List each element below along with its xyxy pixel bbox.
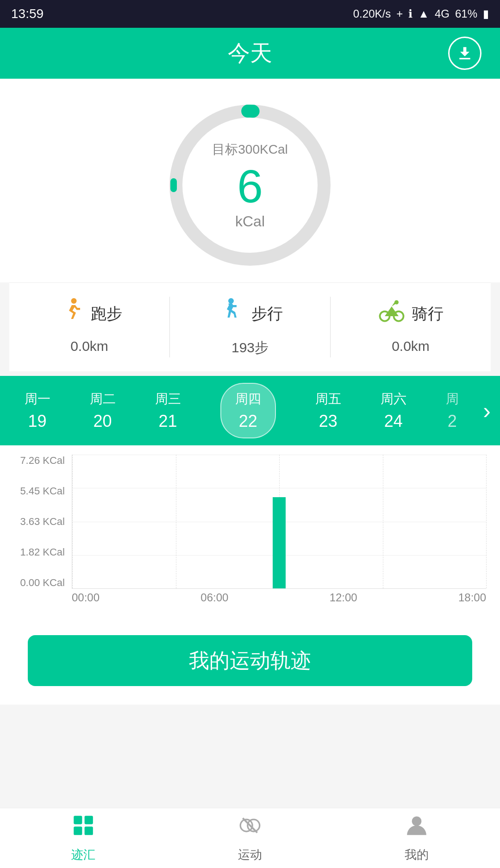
sport-icon [238, 813, 262, 843]
y-label-1: 7.26 KCal [14, 455, 69, 467]
week-day-thu[interactable]: 周四 22 [220, 383, 276, 438]
activity-walk: 步行 193步 [170, 297, 331, 357]
download-icon [456, 44, 474, 62]
calorie-ring-container: 目标300KCal 6 kCal [162, 97, 338, 273]
nav-item-home[interactable]: 迹汇 [0, 813, 167, 863]
activity-walk-top: 步行 [217, 297, 283, 331]
activity-bike-top: 骑行 [378, 297, 444, 331]
track-button-container: 我的运动轨迹 [0, 626, 500, 705]
status-right: 0.20K/s + ℹ ▲ 4G 61% ▮ [353, 7, 489, 20]
signal-4g: 4G [435, 7, 450, 20]
header-title: 今天 [228, 38, 272, 68]
activity-run-top: 跑步 [56, 297, 122, 331]
week-calendar: 周一 19 周二 20 周三 21 周四 22 周五 23 周六 24 周 2 … [0, 376, 500, 445]
home-icon [71, 813, 95, 843]
y-label-4: 1.82 KCal [14, 546, 69, 558]
status-bar: 13:59 0.20K/s + ℹ ▲ 4G 61% ▮ [0, 0, 500, 28]
header: 今天 [0, 28, 500, 79]
grid-v-3 [383, 455, 383, 588]
grid-v-0 [72, 455, 73, 588]
svg-point-4 [228, 298, 234, 304]
week-day-tue[interactable]: 周二 20 [90, 390, 116, 431]
week-day-sat[interactable]: 周六 24 [381, 390, 406, 431]
chart-section: 7.26 KCal 5.45 KCal 3.63 KCal 1.82 KCal … [0, 445, 500, 626]
week-days: 周一 19 周二 20 周三 21 周四 22 周五 23 周六 24 周 2 [5, 383, 478, 438]
walk-value: 193步 [231, 338, 269, 357]
track-button[interactable]: 我的运动轨迹 [28, 635, 472, 686]
status-time: 13:59 [11, 6, 44, 21]
week-day-fri[interactable]: 周五 23 [315, 390, 341, 431]
grid-v-1 [176, 455, 176, 588]
download-button[interactable] [448, 37, 481, 70]
chart-area: 7.26 KCal 5.45 KCal 3.63 KCal 1.82 KCal … [14, 455, 486, 612]
network-speed: 0.20K/s [353, 7, 391, 20]
activity-bike: 骑行 0.0km [331, 297, 491, 357]
ring-target-label: 目标300KCal [212, 141, 288, 158]
week-next-arrow[interactable]: › [478, 397, 495, 424]
chart-x-labels: 00:00 06:00 12:00 18:00 [72, 591, 486, 612]
calorie-ring-section: 目标300KCal 6 kCal [0, 79, 500, 282]
nav-label-sport: 运动 [238, 847, 262, 863]
nav-item-sport[interactable]: 运动 [167, 813, 333, 863]
chart-y-labels: 7.26 KCal 5.45 KCal 3.63 KCal 1.82 KCal … [14, 455, 69, 589]
bike-value: 0.0km [392, 338, 430, 354]
activity-run: 跑步 0.0km [9, 297, 170, 357]
svg-point-15 [412, 817, 422, 826]
nav-item-profile[interactable]: 我的 [333, 813, 500, 863]
week-day-wed[interactable]: 周三 21 [155, 390, 181, 431]
bottom-nav: 迹汇 运动 我的 [0, 808, 500, 868]
x-label-0: 00:00 [72, 591, 100, 612]
y-label-3: 3.63 KCal [14, 516, 69, 528]
battery-icon: ▮ [483, 7, 489, 20]
svg-rect-10 [74, 827, 82, 835]
run-label: 跑步 [91, 303, 122, 325]
bike-icon [378, 297, 406, 331]
run-value: 0.0km [70, 338, 108, 354]
wifi-icon: ▲ [418, 7, 429, 20]
week-day-sun[interactable]: 周 2 [446, 390, 459, 431]
svg-rect-9 [85, 816, 93, 824]
x-label-1: 06:00 [200, 591, 228, 612]
grid-v-4 [486, 455, 487, 588]
svg-rect-2 [170, 178, 177, 192]
walk-icon [217, 297, 245, 331]
profile-icon [405, 813, 429, 843]
y-label-2: 5.45 KCal [14, 485, 69, 497]
ring-value: 6 [212, 163, 288, 209]
battery-level: 61% [455, 7, 477, 20]
ring-inner: 目标300KCal 6 kCal [212, 141, 288, 230]
bluetooth-symbol: ℹ [408, 7, 412, 20]
x-label-2: 12:00 [330, 591, 357, 612]
bike-label: 骑行 [412, 303, 444, 325]
chart-bar-noon [273, 497, 286, 588]
ring-unit: kCal [212, 213, 288, 230]
x-label-3: 18:00 [458, 591, 486, 612]
walk-label: 步行 [251, 303, 283, 325]
bluetooth-icon: + [396, 7, 403, 20]
nav-label-home: 迹汇 [71, 847, 95, 863]
run-icon [56, 297, 84, 331]
y-label-5: 0.00 KCal [14, 577, 69, 589]
chart-plot [72, 455, 486, 589]
svg-point-3 [71, 298, 77, 304]
week-day-mon[interactable]: 周一 19 [25, 390, 50, 431]
svg-rect-11 [85, 827, 93, 835]
svg-rect-8 [74, 816, 82, 824]
nav-label-profile: 我的 [405, 847, 429, 863]
activity-stats: 跑步 0.0km 步行 193步 [9, 282, 491, 371]
